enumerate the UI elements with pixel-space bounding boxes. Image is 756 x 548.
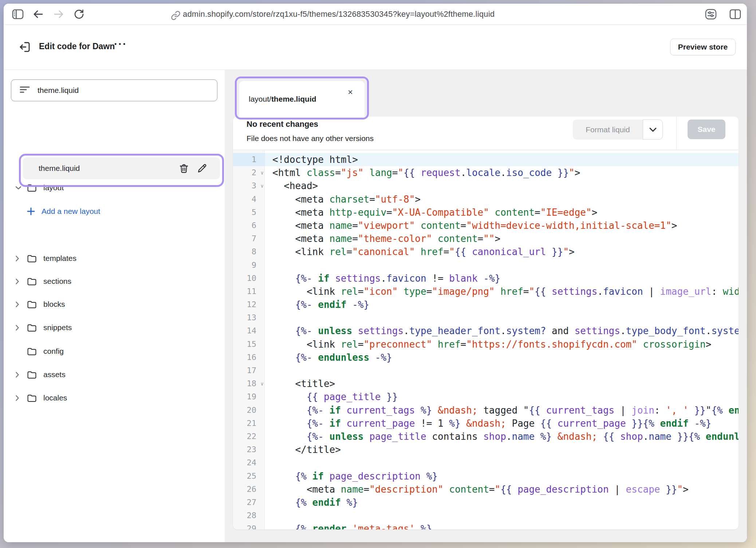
code-text: <meta name="description" content="{{ pag… <box>272 483 689 496</box>
tab-label: layout/theme.liquid <box>249 95 316 103</box>
link-icon <box>169 9 182 21</box>
split-view-icon[interactable] <box>729 8 741 20</box>
file-search-input[interactable]: theme.liquid <box>11 79 217 101</box>
code-line[interactable]: 26 <meta name="description" content="{{ … <box>233 483 739 496</box>
sidebar-item-config[interactable]: config <box>4 340 225 362</box>
code-line[interactable]: 7 <meta name="theme-color" content=""> <box>233 232 739 245</box>
line-number: 25 <box>233 470 265 483</box>
page-title: Edit code for Dawn <box>39 42 115 51</box>
code-line[interactable]: 12 {%- endif -%} <box>233 298 739 311</box>
fold-icon[interactable]: ∨ <box>261 179 264 192</box>
code-line[interactable]: 11 <link rel="icon" type="image/png" hre… <box>233 285 739 298</box>
chevron-right-icon[interactable] <box>15 278 22 285</box>
sidebar-item-label: Add a new layout <box>42 207 100 216</box>
code-line[interactable]: 27 {% endif %} <box>233 496 739 509</box>
filter-icon <box>19 85 30 95</box>
code-line[interactable]: 22 {%- unless page_title contains shop.n… <box>233 430 739 443</box>
plus-icon <box>27 207 35 215</box>
page-settings-icon[interactable] <box>705 8 717 20</box>
code-line[interactable]: 23 </title> <box>233 443 739 456</box>
sidebar-item-sections[interactable]: sections <box>4 270 225 292</box>
code-text: <link rel="icon" type="image/png" href="… <box>272 285 739 298</box>
format-liquid-dropdown[interactable] <box>643 120 663 140</box>
code-line[interactable]: 1<!doctype html> <box>233 153 739 166</box>
sidebar-item-locales[interactable]: locales <box>4 387 225 409</box>
code-line[interactable]: 6 <meta name="viewport" content="width=d… <box>233 219 739 232</box>
code-line[interactable]: 20 {%- if current_tags %} &ndash; tagged… <box>233 404 739 417</box>
code-line[interactable]: 13 <box>233 311 739 324</box>
chevron-right-icon[interactable] <box>15 325 22 331</box>
code-line[interactable]: 28 <box>233 509 739 522</box>
folder-icon <box>27 254 37 263</box>
code-line[interactable]: 17 <box>233 364 739 377</box>
browser-url-bar: admin.shopify.com/store/rzq1xu-f5/themes… <box>4 4 747 25</box>
sidebar-item-snippets[interactable]: snippets <box>4 317 225 338</box>
forward-icon[interactable] <box>52 8 65 20</box>
code-text: {% endif %} <box>272 496 358 509</box>
code-line[interactable]: 8 <link rel="canonical" href="{{ canonic… <box>233 245 739 258</box>
sidebar-item-assets[interactable]: assets <box>4 364 225 385</box>
code-line[interactable]: 10 {%- if settings.favicon != blank -%} <box>233 272 739 285</box>
more-actions-button[interactable]: ··· <box>114 38 127 50</box>
code-line[interactable]: 19 {{ page_title }} <box>233 390 739 403</box>
code-line[interactable]: 5 <meta http-equiv="X-UA-Compatible" con… <box>233 206 739 219</box>
line-number: 19 <box>233 390 265 403</box>
tab-layout-theme-liquid[interactable]: layout/theme.liquid × <box>239 81 365 117</box>
code-line[interactable]: 9 <box>233 259 739 272</box>
close-icon[interactable]: × <box>344 86 357 98</box>
code-line[interactable]: 24 <box>233 456 739 469</box>
back-icon[interactable] <box>32 8 44 20</box>
line-number: 24 <box>233 456 265 469</box>
sidebar-toggle-icon[interactable] <box>12 8 24 20</box>
fold-icon[interactable]: ∨ <box>261 377 264 390</box>
reload-icon[interactable] <box>73 8 85 20</box>
code-line[interactable]: 18∨ <title> <box>233 377 739 390</box>
code-line[interactable]: 3∨ <head> <box>233 179 739 192</box>
code-text: {{ page_title }} <box>272 390 398 403</box>
edit-icon <box>197 163 208 174</box>
code-text: {%- endunless -%} <box>272 351 392 364</box>
url-text[interactable]: admin.shopify.com/store/rzq1xu-f5/themes… <box>183 4 495 25</box>
code-text: {%- unless settings.type_header_font.sys… <box>272 324 739 337</box>
code-text: <meta charset="utf-8"> <box>272 193 421 206</box>
folder-icon <box>27 277 37 286</box>
sidebar-item-label: assets <box>43 370 66 379</box>
line-number: 16 <box>233 351 265 364</box>
app-header: Edit code for Dawn ··· Preview store <box>4 25 747 70</box>
code-text: {%- if current_page != 1 %} &ndash; Page… <box>272 417 711 430</box>
chevron-right-icon[interactable] <box>15 372 22 378</box>
sidebar-item-label: templates <box>43 254 76 263</box>
code-text: {%- if settings.favicon != blank -%} <box>272 272 500 285</box>
code-line[interactable]: 4 <meta charset="utf-8"> <box>233 193 739 206</box>
sidebar-item-add-a-new-layout[interactable]: Add a new layout <box>4 200 225 222</box>
preview-store-button[interactable]: Preview store <box>670 39 736 55</box>
code-line[interactable]: 16 {%- endunless -%} <box>233 351 739 364</box>
chevron-right-icon[interactable] <box>15 255 22 262</box>
sidebar-item-label: locales <box>43 394 67 402</box>
code-line[interactable]: 29 {% render 'meta-tags' %} <box>233 522 739 529</box>
sidebar-item-theme-liquid[interactable]: theme.liquid <box>23 157 220 179</box>
save-button[interactable]: Save <box>688 120 725 139</box>
delete-file-button[interactable] <box>178 163 189 174</box>
fold-icon[interactable]: ∨ <box>261 166 264 179</box>
sidebar-item-templates[interactable]: templates <box>4 247 225 269</box>
chevron-right-icon[interactable] <box>15 395 22 401</box>
line-number: 20 <box>233 404 265 417</box>
code-line[interactable]: 15 <link rel="preconnect" href="https://… <box>233 338 739 351</box>
chevron-down-icon[interactable] <box>15 186 22 190</box>
chevron-right-icon[interactable] <box>15 301 22 308</box>
line-number: 15 <box>233 338 265 351</box>
sidebar-item-blocks[interactable]: blocks <box>4 293 225 315</box>
line-number: 22 <box>233 430 265 443</box>
code-line[interactable]: 2∨<html class="js" lang="{{ request.loca… <box>233 166 739 179</box>
chevron-right-icon <box>15 255 19 262</box>
code-line[interactable]: 14 {%- unless settings.type_header_font.… <box>233 324 739 337</box>
code-line[interactable]: 25 {% if page_description %} <box>233 470 739 483</box>
rename-file-button[interactable] <box>197 163 208 174</box>
code-line[interactable]: 21 {%- if current_page != 1 %} &ndash; P… <box>233 417 739 430</box>
code-editor[interactable]: 1<!doctype html>2∨<html class="js" lang=… <box>233 150 739 529</box>
exit-editor-icon[interactable] <box>18 41 31 55</box>
format-liquid-button[interactable]: Format liquid <box>573 120 643 140</box>
code-text: <!doctype html> <box>272 153 358 166</box>
line-number: 14 <box>233 324 265 337</box>
